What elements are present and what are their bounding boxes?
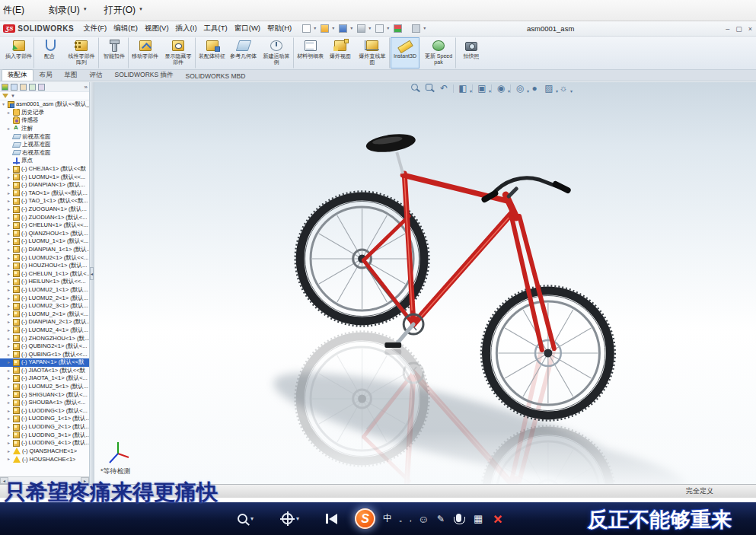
menu-item[interactable]: 文件(F) [83, 24, 107, 33]
open-icon[interactable] [321, 24, 329, 33]
options-icon[interactable] [412, 24, 420, 33]
hide-show-items-icon[interactable]: ◎ [515, 83, 525, 94]
command-tab[interactable]: 评估 [84, 69, 109, 81]
tree-item[interactable]: (-) LUODING_3<1> (默认... [0, 431, 89, 439]
ribbon-button[interactable]: 移动零部件 [129, 37, 161, 68]
command-tab[interactable]: 布局 [33, 69, 59, 81]
expander-icon[interactable] [8, 207, 13, 212]
apply-scene-icon[interactable]: ▨ [544, 83, 554, 94]
ribbon-button[interactable]: 参考几何体 [228, 37, 259, 68]
ribbon-button[interactable]: Instant3D [391, 37, 419, 68]
expander-icon[interactable] [8, 231, 13, 236]
tree-item[interactable]: (-) HOUZHOU<1> (默认... [0, 262, 89, 270]
tree-item[interactable]: (-) DIANPIAN_2<1> (默认... [0, 318, 89, 326]
ribbon-button[interactable]: 材料明细表 [295, 37, 326, 68]
tree-item[interactable]: (-) CHEJIA<1> (默认<<默 [0, 165, 89, 174]
command-tab[interactable]: 草图 [59, 69, 84, 81]
expander-icon[interactable] [8, 288, 13, 292]
tree-item[interactable]: (-) LUODING<1> (默认<... [0, 407, 89, 416]
tree-item[interactable]: 上视基准面 [0, 141, 89, 149]
expander-icon[interactable] [8, 191, 13, 196]
ime-mode-toggle[interactable]: 中 [383, 502, 392, 535]
keyboard-layout-icon[interactable]: ▦ [474, 502, 483, 535]
view-orientation-icon[interactable]: ▣ [477, 83, 487, 94]
zoom-fit-icon[interactable] [410, 83, 420, 94]
expander-icon[interactable] [8, 409, 13, 413]
tree-item[interactable]: (-) YAPAN<1> (默认<<默 [0, 358, 89, 367]
expander-icon[interactable] [8, 416, 13, 421]
close-icon[interactable]: × [493, 502, 502, 535]
expander-icon[interactable] [8, 336, 13, 341]
tree-item[interactable]: 右视基准面 [0, 149, 89, 158]
expander-icon[interactable] [8, 167, 13, 171]
tree-item[interactable]: 注解 [0, 125, 89, 133]
tree-item[interactable]: (-) LUOMU2_5<1> (默认... [0, 383, 89, 391]
separator-icon[interactable] [491, 84, 492, 93]
propertymanager-tab-icon[interactable] [11, 84, 18, 91]
ribbon-button[interactable]: 装配体特征 [196, 37, 228, 68]
zoom-dropdown-icon[interactable]: ▾ [250, 515, 254, 522]
tree-item[interactable]: (-) JIAOTA<1> (默认<<默 [0, 367, 89, 375]
menu-item[interactable]: 工具(T) [204, 24, 228, 33]
tree-item[interactable]: (-) ZUOGUAN<1> (默认... [0, 205, 89, 214]
separator-icon[interactable] [510, 84, 511, 93]
dimxpert-tab-icon[interactable] [29, 84, 36, 91]
rebuild-icon[interactable] [394, 24, 402, 33]
pan-tool[interactable]: ▾ [282, 502, 299, 535]
tree-item[interactable]: (-) LUODING_2<1> (默认... [0, 423, 89, 432]
configurationmanager-tab-icon[interactable] [20, 84, 27, 91]
tree-item[interactable]: (-) DIANPIAN<1> (默认... [0, 181, 89, 189]
player-menu-item[interactable]: 打开(O) [104, 4, 143, 17]
displaymanager-tab-icon[interactable] [38, 84, 45, 91]
expander-icon[interactable] [8, 183, 13, 187]
tree-item[interactable]: (-) QIANZHOU<1> (默认... [0, 230, 89, 238]
tree-item[interactable]: (-) CHELUN<1> (默认<<... [0, 221, 89, 230]
expander-icon[interactable] [8, 126, 13, 131]
tree-item[interactable]: asm0001_asm (默认<<默认_显 [0, 100, 89, 109]
ribbon-button[interactable]: 显示隐藏零部件 [161, 37, 196, 68]
previous-view-icon[interactable]: ↶ [439, 83, 449, 94]
filter-dropdown-icon[interactable]: ▼ [11, 94, 15, 98]
voice-input-button[interactable] [456, 502, 461, 535]
ribbon-button[interactable]: 拍快照 [457, 37, 486, 68]
ribbon-button[interactable]: 爆炸直线草图 [355, 37, 390, 68]
expander-icon[interactable] [8, 376, 13, 381]
expander-icon[interactable] [8, 263, 13, 268]
expander-icon[interactable] [8, 441, 13, 445]
expander-icon[interactable] [8, 400, 13, 405]
expander-icon[interactable] [2, 102, 8, 107]
menu-item[interactable]: 视图(V) [145, 24, 169, 33]
ribbon-button[interactable]: 新建运动算例 [259, 37, 294, 68]
graphics-viewport[interactable]: ↶ ◧ ▣ ◉ ◎ ● [94, 82, 756, 484]
tree-item[interactable]: (-) QUBING<1> (默认<<... [0, 350, 89, 358]
tree-item[interactable]: (-) ZUODIAN<1> (默认<... [0, 213, 89, 221]
expander-icon[interactable] [8, 239, 13, 244]
handwriting-pen-icon[interactable]: ✎ [437, 502, 445, 535]
ribbon-button[interactable]: 智能扣件 [100, 37, 129, 68]
expander-icon[interactable] [8, 256, 13, 260]
featuremanager-tab-icon[interactable] [2, 84, 8, 91]
tree-item[interactable]: (-) LUOMU2_4<1> (默认... [0, 326, 89, 335]
tree-item[interactable]: (-) SHOUBA<1> (默认<... [0, 399, 89, 407]
print-icon[interactable] [357, 24, 365, 33]
separator-icon[interactable] [472, 84, 473, 93]
tree-item[interactable]: (-) LUOMU2<1> (默认<<... [0, 253, 89, 262]
tree-item[interactable]: (-) HEILUN<1> (默认<<... [0, 278, 89, 286]
expander-icon[interactable] [8, 425, 13, 429]
edit-appearance-icon[interactable]: ● [529, 83, 540, 94]
ime-punctuation-toggle[interactable]: 。， [399, 502, 414, 535]
tree-item[interactable]: (-) LUOMU_2<1> (默认<... [0, 310, 89, 318]
view-settings-icon[interactable]: ☼ [558, 83, 569, 94]
pan-dropdown-icon[interactable]: ▾ [296, 515, 299, 522]
expander-icon[interactable] [8, 279, 13, 284]
expander-icon[interactable] [8, 215, 13, 220]
tree-item[interactable]: (-) QUBING2<1> (默认<... [0, 342, 89, 351]
expander-icon[interactable] [8, 344, 13, 349]
zoom-tool[interactable]: ▾ [238, 502, 254, 535]
tree-item[interactable]: 传感器 [0, 116, 89, 125]
minimize-button[interactable]: – [726, 26, 729, 33]
tree-item[interactable]: (-) QIANSHACHE<1> [0, 447, 89, 456]
expander-icon[interactable] [8, 312, 13, 317]
command-tab[interactable]: SOLIDWORKS 插件 [109, 69, 180, 81]
separator-icon[interactable] [453, 84, 454, 93]
